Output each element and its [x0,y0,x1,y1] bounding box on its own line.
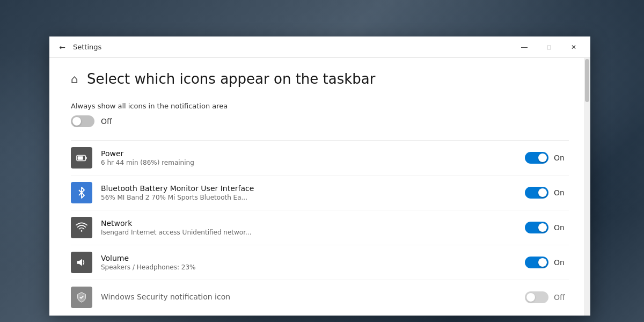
scrollbar-track[interactable] [584,58,590,316]
app-row-security: Windows Security notification icon Off [71,280,569,314]
security-toggle-label: Off [554,293,569,302]
network-toggle-thumb [538,223,547,232]
bluetooth-toggle[interactable] [525,187,548,199]
power-toggle-area: On [525,152,569,164]
power-toggle-thumb [538,153,547,162]
network-app-desc: Isengard Internet access Unidentified ne… [101,229,516,236]
always-show-row: Off [71,115,569,127]
volume-icon [76,257,87,268]
back-button[interactable]: ← [54,39,71,56]
app-row-network: Network Isengard Internet access Unident… [71,210,569,245]
battery-icon [76,152,87,164]
power-toggle-label: On [554,153,569,162]
power-app-icon [71,147,92,169]
svg-marker-4 [77,259,82,266]
scrollbar-thumb[interactable] [585,59,589,102]
settings-window: ← Settings — □ ✕ ⌂ Select which icons ap… [49,36,590,316]
security-toggle[interactable] [525,291,548,303]
content-area: ⌂ Select which icons appear on the taskb… [49,58,590,316]
svg-rect-2 [85,157,86,159]
network-app-icon [71,217,92,238]
volume-toggle-label: On [554,258,569,267]
network-app-name: Network [101,219,516,228]
network-toggle[interactable] [525,222,548,233]
security-app-info: Windows Security notification icon [101,292,516,302]
bluetooth-app-desc: 56% MI Band 2 70% Mi Sports Bluetooth Ea… [101,194,516,201]
maximize-button[interactable]: □ [537,39,561,56]
page-header: ⌂ Select which icons appear on the taskb… [71,71,569,87]
bluetooth-app-icon [71,182,92,203]
always-show-toggle-label: Off [101,117,112,126]
app-row-bluetooth: Bluetooth Battery Monitor User Interface… [71,175,569,210]
volume-app-name: Volume [101,254,516,262]
app-list: Power 6 hr 44 min (86%) remaining On [71,141,569,314]
bluetooth-app-name: Bluetooth Battery Monitor User Interface [101,184,516,193]
power-app-desc: 6 hr 44 min (86%) remaining [101,159,516,166]
power-app-info: Power 6 hr 44 min (86%) remaining [101,149,516,166]
bluetooth-toggle-thumb [538,188,547,197]
volume-toggle-thumb [538,258,547,267]
volume-app-info: Volume Speakers / Headphones: 23% [101,254,516,271]
volume-toggle-area: On [525,257,569,268]
svg-rect-1 [78,156,83,159]
page-title: Select which icons appear on the taskbar [87,71,375,87]
window-title: Settings [73,43,512,51]
volume-toggle[interactable] [525,257,548,268]
network-toggle-area: On [525,222,569,233]
power-app-name: Power [101,149,516,158]
security-app-icon [71,287,92,308]
network-toggle-label: On [554,223,569,232]
bluetooth-app-info: Bluetooth Battery Monitor User Interface… [101,184,516,201]
security-toggle-area: Off [525,291,569,303]
power-toggle[interactable] [525,152,548,164]
volume-app-desc: Speakers / Headphones: 23% [101,264,516,271]
security-toggle-thumb [526,293,535,302]
always-show-toggle-thumb [72,117,81,126]
always-show-toggle[interactable] [71,115,94,127]
back-icon: ← [59,43,65,52]
bluetooth-toggle-area: On [525,187,569,199]
bluetooth-icon [76,187,87,199]
home-icon: ⌂ [71,72,78,86]
always-show-label: Always show all icons in the notificatio… [71,102,569,110]
title-bar: ← Settings — □ ✕ [49,36,590,58]
volume-app-icon [71,252,92,273]
app-row-volume: Volume Speakers / Headphones: 23% On [71,245,569,280]
bluetooth-toggle-label: On [554,188,569,197]
close-button[interactable]: ✕ [561,39,586,56]
minimize-button[interactable]: — [512,39,537,56]
network-app-info: Network Isengard Internet access Unident… [101,219,516,236]
network-icon [76,222,87,233]
shield-icon [76,291,87,303]
security-app-name: Windows Security notification icon [101,292,516,301]
svg-point-3 [81,230,83,232]
window-controls: — □ ✕ [512,39,586,56]
app-row-power: Power 6 hr 44 min (86%) remaining On [71,141,569,175]
